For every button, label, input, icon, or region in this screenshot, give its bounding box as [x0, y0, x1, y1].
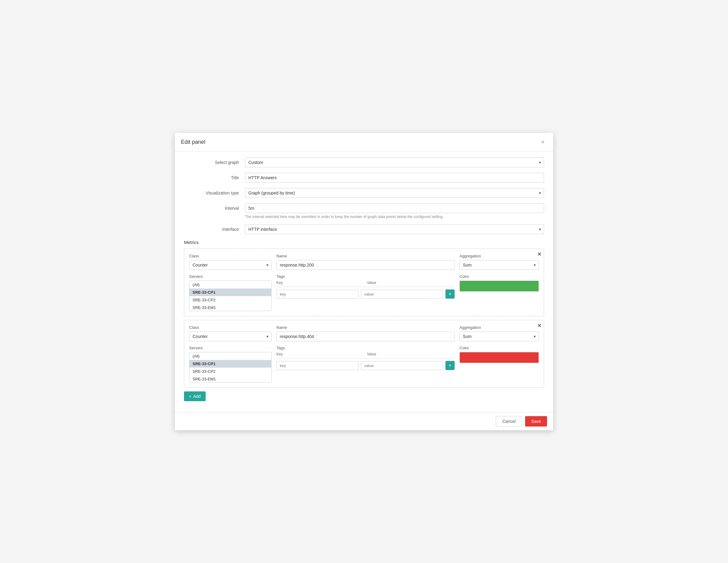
visualization-type-wrap: Graph (grouped by time) [245, 188, 544, 198]
metric-1-agg-input[interactable]: Sum [460, 260, 539, 270]
server-list-item[interactable]: SRE-33-EM1 [189, 375, 271, 383]
server-list-item[interactable]: SRE-33-EM1 [189, 304, 271, 311]
metric-block-2: ✕ Class Counter Servers (Al [184, 320, 544, 388]
edit-panel-modal: Edit panel × Select graph Custom Title V [175, 133, 553, 430]
metric-1-agg-col: Aggregation Sum Color [460, 254, 539, 311]
metric-1-color-label: Color [460, 274, 539, 279]
metric-2-tag-value-input[interactable] [361, 361, 443, 370]
metric-1-key-col-label: Key [276, 280, 364, 285]
metric-2-color-swatch[interactable] [460, 352, 539, 363]
interval-control: The interval selected here may be overri… [245, 203, 544, 219]
remove-metric-2-button[interactable]: ✕ [537, 323, 541, 329]
interval-input[interactable] [245, 203, 544, 213]
metric-1-add-tag-button[interactable]: + [445, 290, 455, 299]
server-list-item[interactable]: SRE-33-CP2 [189, 368, 271, 375]
server-list-item[interactable]: (All) [189, 352, 271, 360]
add-metric-button[interactable]: + Add [184, 392, 206, 401]
modal-footer: Cancel Save [175, 412, 553, 430]
metrics-section: Metrics ✕ Class Counter Servers [184, 240, 544, 401]
cancel-button[interactable]: Cancel [496, 416, 522, 427]
metric-2-tags-input-row: + [276, 361, 455, 370]
remove-metric-1-button[interactable]: ✕ [537, 251, 541, 257]
metric-2-servers-label: Servers [189, 346, 272, 350]
visualization-type-input[interactable]: Graph (grouped by time) [245, 188, 544, 198]
metric-1-servers-label: Servers [189, 274, 272, 279]
metric-2-tags-section: Tags Key Value + [276, 346, 455, 370]
metric-1-tag-key-input[interactable] [276, 290, 359, 299]
metric-1-value-col-label: Value [367, 280, 455, 285]
interval-label: Interval [184, 203, 245, 211]
metric-2-color-label: Color [460, 346, 539, 350]
modal-title: Edit panel [181, 139, 205, 145]
title-label: Title [184, 173, 245, 180]
select-graph-label: Select graph [184, 157, 245, 165]
server-list-item[interactable]: SRE-33-CP1 [189, 289, 271, 296]
metric-2-name-label: Name [276, 325, 455, 330]
select-graph-input[interactable]: Custom [245, 157, 544, 167]
metric-1-name-col: Name Tags Key Value [276, 254, 455, 311]
metric-2-name-col: Name Tags Key Value [276, 325, 455, 383]
metric-2-agg-input[interactable]: Sum [460, 332, 539, 341]
title-row: Title [184, 173, 544, 182]
server-list-item[interactable]: SRE-33-CP1 [189, 360, 271, 368]
metric-2-agg-label: Aggregation [460, 325, 539, 330]
add-icon: + [189, 394, 191, 399]
metric-2-tags-divider [276, 358, 455, 359]
interface-control: HTTP interface [245, 224, 544, 234]
save-button[interactable]: Save [525, 416, 547, 427]
metric-1-tags-section: Tags Key Value + [276, 274, 455, 299]
select-graph-row: Select graph Custom [184, 157, 544, 167]
metric-1-color-swatch[interactable] [460, 280, 539, 292]
metric-block-1-inner: Class Counter Servers (All) SRE-33-CP1 [189, 254, 539, 311]
metric-2-tag-key-input[interactable] [276, 361, 359, 370]
close-button[interactable]: × [539, 138, 547, 146]
metric-block-1: ✕ Class Counter Servers (Al [184, 248, 544, 316]
metric-2-class-label: Class [189, 325, 272, 330]
visualization-type-label: Visualization type [184, 188, 245, 195]
metric-2-value-col-label: Value [367, 352, 455, 356]
interface-input[interactable]: HTTP interface [245, 224, 544, 234]
title-control [245, 173, 544, 182]
add-metric-label: Add [193, 394, 201, 399]
metric-1-agg-label: Aggregation [460, 254, 539, 258]
select-graph-control: Custom [245, 157, 544, 167]
visualization-type-control: Graph (grouped by time) [245, 188, 544, 198]
metric-2-name-input[interactable] [276, 332, 455, 341]
select-graph-wrap: Custom [245, 157, 544, 167]
metric-2-servers-list[interactable]: (All) SRE-33-CP1 SRE-33-CP2 SRE-33-EM1 [189, 352, 272, 383]
metric-1-servers-list[interactable]: (All) SRE-33-CP1 SRE-33-CP2 SRE-33-EM1 [189, 280, 272, 311]
metric-1-agg-wrap: Sum [460, 260, 539, 270]
metric-1-class-wrap: Counter [189, 260, 272, 270]
metric-1-class-input[interactable]: Counter [189, 260, 272, 270]
metric-2-class-wrap: Counter [189, 332, 272, 341]
metric-2-agg-wrap: Sum [460, 332, 539, 341]
metric-1-tag-value-input[interactable] [361, 290, 443, 299]
metric-2-class-input[interactable]: Counter [189, 332, 272, 341]
metric-2-add-tag-button[interactable]: + [445, 361, 455, 370]
interval-row: Interval The interval selected here may … [184, 203, 544, 219]
metric-1-class-col: Class Counter Servers (All) SRE-33-CP1 [189, 254, 272, 311]
metric-block-2-inner: Class Counter Servers (All) SRE-33-CP1 [189, 325, 539, 383]
metric-2-class-col: Class Counter Servers (All) SRE-33-CP1 [189, 325, 272, 383]
metric-1-name-input[interactable] [276, 260, 455, 270]
interface-row: Interface HTTP interface [184, 224, 544, 234]
metric-2-tags-cols: Key Value [276, 352, 455, 356]
metric-1-name-label: Name [276, 254, 455, 258]
title-input[interactable] [245, 173, 544, 182]
metrics-title: Metrics [184, 240, 544, 245]
server-list-item[interactable]: SRE-33-CP2 [189, 296, 271, 304]
interface-label: Interface [184, 224, 245, 232]
modal-body: Select graph Custom Title Visualization … [175, 151, 553, 412]
metric-1-tags-input-row: + [276, 290, 455, 299]
interval-hint: The interval selected here may be overri… [245, 215, 544, 219]
metric-2-agg-col: Aggregation Sum Color [460, 325, 539, 383]
metric-2-tags-header: Tags [276, 346, 455, 350]
metric-1-class-label: Class [189, 254, 272, 258]
metric-1-tags-cols: Key Value [276, 280, 455, 285]
visualization-type-row: Visualization type Graph (grouped by tim… [184, 188, 544, 198]
metric-2-key-col-label: Key [276, 352, 364, 356]
interface-wrap: HTTP interface [245, 224, 544, 234]
modal-header: Edit panel × [175, 133, 553, 151]
metric-1-tags-header: Tags [276, 274, 455, 279]
server-list-item[interactable]: (All) [189, 281, 271, 289]
